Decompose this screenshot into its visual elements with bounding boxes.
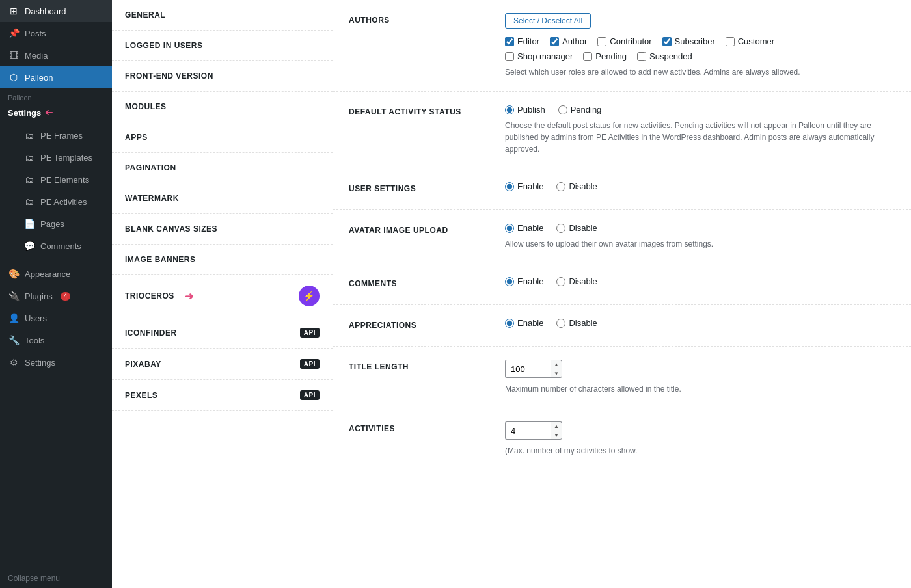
checkbox-author[interactable]: Author [550, 36, 587, 46]
appearance-icon: 🎨 [8, 268, 20, 280]
suspended-checkbox[interactable] [637, 52, 646, 61]
nav-image-banners[interactable]: IMAGE BANNERS [112, 245, 333, 275]
radio-avatar-disable[interactable]: Disable [556, 223, 597, 233]
nav-logged-in-users[interactable]: LOGGED IN USERS [112, 31, 333, 61]
radio-user-enable[interactable]: Enable [505, 181, 543, 191]
user-disable-radio[interactable] [556, 182, 565, 191]
checkbox-contributor[interactable]: Contributor [597, 36, 651, 46]
nav-front-end-version[interactable]: FRONT-END VERSION [112, 61, 333, 92]
sidebar-item-settings[interactable]: ⚙ Settings [0, 351, 112, 373]
nav-apps[interactable]: APPS [112, 122, 333, 153]
sidebar-item-plugins[interactable]: 🔌 Plugins 4 [0, 285, 112, 307]
sidebar-item-label: Dashboard [25, 7, 66, 16]
pending-checkbox[interactable] [583, 52, 592, 61]
sidebar-item-users[interactable]: 👤 Users [0, 307, 112, 329]
appreciations-enable-radio[interactable] [505, 319, 514, 328]
trioceros-row: TRIOCEROS ➜ [125, 290, 193, 302]
avatar-enable-radio[interactable] [505, 224, 514, 233]
pe-activities-icon: 🗂 [23, 196, 35, 207]
user-enable-radio[interactable] [505, 182, 514, 191]
title-length-up[interactable]: ▲ [551, 360, 562, 369]
nav-pexels[interactable]: PEXELS API [112, 380, 333, 411]
sidebar-item-label: Tools [25, 336, 44, 345]
nav-pagination[interactable]: PAGINATION [112, 153, 333, 183]
radio-user-disable[interactable]: Disable [556, 181, 597, 191]
settings-content: AUTHORS Select / Deselect All Editor Aut… [333, 0, 911, 588]
sidebar-item-pe-frames[interactable]: 🗂 PE Frames [0, 124, 112, 146]
settings-icon: ⚙ [8, 356, 20, 368]
media-icon: 🎞 [8, 49, 20, 61]
nav-modules[interactable]: MODULES [112, 92, 333, 122]
sidebar-item-pages[interactable]: 📄 Pages [0, 213, 112, 235]
nav-trioceros[interactable]: TRIOCEROS ➜ ⚡ [112, 275, 333, 317]
sidebar-item-media[interactable]: 🎞 Media [0, 44, 112, 66]
sidebar-item-pe-elements[interactable]: 🗂 PE Elements [0, 168, 112, 191]
radio-appreciations-disable[interactable]: Disable [556, 318, 597, 328]
appreciations-disable-radio[interactable] [556, 319, 565, 328]
select-deselect-all-button[interactable]: Select / Deselect All [505, 13, 591, 29]
radio-publish[interactable]: Publish [505, 105, 545, 114]
nav-general[interactable]: GENERAL [112, 0, 333, 31]
title-length-label: TITLE LENGTH [349, 360, 492, 371]
checkbox-customer[interactable]: Customer [726, 36, 774, 46]
title-length-input[interactable] [505, 360, 551, 378]
pe-elements-icon: 🗂 [23, 174, 35, 185]
nav-watermark[interactable]: WATERMARK [112, 183, 333, 214]
shop-manager-checkbox[interactable] [505, 52, 514, 61]
posts-icon: 📌 [8, 27, 20, 39]
checkbox-editor[interactable]: Editor [505, 36, 539, 46]
trioceros-arrow: ➜ [185, 290, 194, 302]
user-settings-radios: Enable Disable [505, 181, 895, 191]
activities-up[interactable]: ▲ [551, 421, 562, 431]
setting-row-title-length: TITLE LENGTH ▲ ▼ Maximum number of chara… [333, 347, 911, 408]
subscriber-checkbox[interactable] [662, 37, 672, 46]
contributor-checkbox[interactable] [597, 37, 606, 46]
radio-avatar-enable[interactable]: Enable [505, 223, 543, 233]
settings-submenu-label: Settings [8, 108, 41, 118]
activities-down[interactable]: ▼ [551, 431, 562, 440]
avatar-disable-radio[interactable] [556, 224, 565, 233]
editor-checkbox[interactable] [505, 37, 514, 46]
radio-comments-enable[interactable]: Enable [505, 276, 543, 286]
title-length-spinner: ▲ ▼ [551, 360, 562, 378]
comments-radios: Enable Disable [505, 276, 895, 286]
radio-pending[interactable]: Pending [558, 105, 602, 114]
sidebar-item-appearance[interactable]: 🎨 Appearance [0, 263, 112, 285]
comments-disable-radio[interactable] [556, 277, 565, 286]
authors-row-2: Shop manager Pending Suspended [505, 51, 895, 61]
checkbox-subscriber[interactable]: Subscriber [662, 36, 715, 46]
tools-icon: 🔧 [8, 334, 20, 346]
setting-row-user-settings: USER SETTINGS Enable Disable [333, 168, 911, 210]
nav-blank-canvas-sizes[interactable]: BLANK CANVAS SIZES [112, 214, 333, 245]
activities-help: (Max. number of my activities to show. [505, 445, 895, 457]
sidebar-item-pe-activities[interactable]: 🗂 PE Activities [0, 191, 112, 213]
radio-appreciations-enable[interactable]: Enable [505, 318, 543, 328]
pending-radio[interactable] [558, 105, 567, 114]
customer-checkbox[interactable] [726, 37, 735, 46]
checkbox-pending[interactable]: Pending [583, 51, 627, 61]
sidebar-item-label: Appearance [25, 269, 70, 279]
plugins-badge: 4 [61, 292, 71, 301]
sidebar-item-label: Posts [25, 29, 46, 38]
activities-input[interactable] [505, 421, 551, 440]
sidebar-item-comments[interactable]: 💬 Comments [0, 235, 112, 257]
sidebar-item-label: Media [25, 51, 48, 60]
publish-radio[interactable] [505, 105, 514, 114]
title-length-down[interactable]: ▼ [551, 369, 562, 378]
user-settings-label: USER SETTINGS [349, 181, 492, 193]
checkbox-suspended[interactable]: Suspended [637, 51, 692, 61]
checkbox-shop-manager[interactable]: Shop manager [505, 51, 573, 61]
sidebar-item-label: Users [25, 314, 47, 323]
sidebar-item-dashboard[interactable]: ⊞ Dashboard [0, 0, 112, 22]
nav-iconfinder[interactable]: ICONFINDER API [112, 317, 333, 349]
nav-pixabay[interactable]: PIXABAY API [112, 349, 333, 380]
author-checkbox[interactable] [550, 37, 559, 46]
radio-comments-disable[interactable]: Disable [556, 276, 597, 286]
sidebar-item-pe-templates[interactable]: 🗂 PE Templates [0, 146, 112, 168]
comments-enable-radio[interactable] [505, 277, 514, 286]
sidebar-item-tools[interactable]: 🔧 Tools [0, 329, 112, 351]
collapse-menu[interactable]: Collapse menu [0, 568, 112, 588]
sidebar-item-label: Pages [40, 219, 64, 229]
sidebar-item-palleon[interactable]: ⬡ Palleon [0, 66, 112, 88]
sidebar-item-posts[interactable]: 📌 Posts [0, 22, 112, 44]
